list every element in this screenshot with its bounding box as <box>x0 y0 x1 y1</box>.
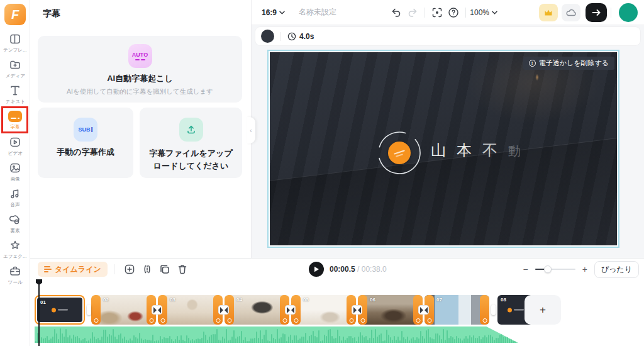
split-clip-button[interactable] <box>138 260 156 278</box>
clips-track: 01 02 0 <box>35 295 640 325</box>
play-button[interactable] <box>309 262 324 277</box>
clip-number: 03 <box>170 297 175 303</box>
transition-icon <box>287 307 294 313</box>
element-toolbar: 4.0s <box>255 27 640 45</box>
audio-waveform-track[interactable] <box>35 326 518 343</box>
focus-preview-button[interactable] <box>429 4 445 21</box>
zoom-out-button[interactable]: − <box>523 265 528 274</box>
delete-clip-button[interactable] <box>174 260 191 278</box>
video-icon <box>9 136 21 148</box>
play-icon <box>314 266 319 272</box>
user-avatar[interactable] <box>619 3 638 22</box>
sidebar-item-audio[interactable]: 音声 <box>0 185 30 211</box>
clip-trim-handle-left[interactable] <box>91 295 101 325</box>
transition-button[interactable] <box>152 305 162 315</box>
app-logo[interactable]: F <box>4 4 26 25</box>
canvas-zoom-dropdown[interactable]: 100% <box>470 8 497 17</box>
clip-title-thumbnail <box>508 308 524 312</box>
timeline-clip-03[interactable]: 03 <box>158 295 223 325</box>
timeline-clip-01[interactable]: 01 <box>35 295 85 325</box>
subtitles-icon <box>8 111 22 122</box>
zoom-in-button[interactable]: + <box>582 265 587 274</box>
image-icon <box>9 162 21 174</box>
transition-button[interactable] <box>418 305 429 315</box>
timeline-zoom-controls: − + ぴったり <box>523 259 640 280</box>
fit-timeline-button[interactable]: ぴったり <box>594 261 639 278</box>
element-duration[interactable]: 4.0s <box>299 32 314 41</box>
manual-subtitle-card[interactable]: SUBI 手動の字幕作成 <box>38 108 133 178</box>
split-icon <box>142 264 153 275</box>
loading-element[interactable] <box>375 129 423 177</box>
video-title-text[interactable]: 山 本 不 動 <box>431 140 521 160</box>
sidebar-item-video[interactable]: ビデオ <box>0 133 30 159</box>
sidebar-item-effects[interactable]: エフェク... <box>0 237 30 262</box>
add-clip-button[interactable]: + <box>525 295 561 325</box>
upload-icon <box>179 118 203 142</box>
clip-number: 02 <box>103 297 109 303</box>
clip-number: 01 <box>40 299 46 305</box>
sidebar-item-elements[interactable]: 要素 <box>0 211 30 237</box>
clip-trim-handle-right[interactable] <box>480 295 489 325</box>
crown-icon <box>543 8 553 17</box>
ai-auto-subtitle-card[interactable]: AUTO AI自動字幕起こし AIを使用して自動的に字幕を識別して生成します <box>38 36 242 103</box>
chevron-down-icon <box>279 11 285 14</box>
timeline-clip-06[interactable]: 06 <box>358 295 423 325</box>
clip-number: 08 <box>501 297 506 303</box>
help-button[interactable] <box>445 4 462 21</box>
timeline-zoom-slider[interactable] <box>535 265 575 273</box>
redo-button[interactable] <box>404 4 421 21</box>
clip-number: 06 <box>370 297 375 303</box>
duplicate-clip-button[interactable] <box>156 260 174 278</box>
timeline-clip-04[interactable]: 04 <box>225 295 289 325</box>
transition-icon <box>420 307 428 313</box>
clip-gap-handle[interactable] <box>491 304 496 315</box>
export-button[interactable] <box>586 3 607 22</box>
sidebar-item-tools[interactable]: ツール <box>0 262 30 288</box>
timeline-clip-07[interactable]: 07 <box>425 295 489 325</box>
cloud-save-button[interactable] <box>562 4 580 21</box>
upload-subtitle-card[interactable]: 字幕ファイルをアップロードしてください <box>140 108 242 178</box>
sidebar-item-subtitles[interactable]: 字幕 <box>0 108 30 133</box>
transition-button[interactable] <box>218 305 229 315</box>
sidebar-item-media[interactable]: メディア <box>0 56 30 82</box>
upload-card-title: 字幕ファイルをアップロードしてください <box>140 147 242 172</box>
sidebar: F テンプレ... メディア テキスト 字幕 ビデオ <box>0 0 30 346</box>
preview-canvas[interactable]: ! 電子透かしを削除する 山 本 不 動 <box>270 52 617 245</box>
help-icon <box>448 7 459 18</box>
auto-card-title: AI自動字幕起こし <box>38 73 242 84</box>
app-window: F テンプレ... メディア テキスト 字幕 ビデオ <box>0 0 644 346</box>
sidebar-nav: テンプレ... メディア テキスト 字幕 ビデオ 画像 <box>0 30 30 288</box>
timeline-tab[interactable]: タイムライン <box>38 262 108 277</box>
sidebar-item-images[interactable]: 画像 <box>0 159 30 185</box>
chevron-down-icon <box>492 11 497 14</box>
remove-watermark-chip[interactable]: ! 電子透かしを削除する <box>523 57 614 70</box>
transition-button[interactable] <box>285 305 296 315</box>
auto-card-description: AIを使用して自動的に字幕を識別して生成します <box>38 87 242 96</box>
sidebar-item-templates[interactable]: テンプレ... <box>0 30 30 56</box>
aspect-ratio-dropdown[interactable]: 16:9 <box>262 8 285 17</box>
color-swatch[interactable] <box>261 30 274 43</box>
redo-icon <box>407 7 418 18</box>
current-time: 00:00.5 <box>330 265 355 274</box>
timeline-clip-02[interactable]: 02 <box>91 295 156 325</box>
trash-icon <box>177 264 188 275</box>
timeline-clip-05[interactable]: 05 <box>291 295 356 325</box>
text-icon <box>9 84 21 97</box>
panel-collapse-tab[interactable]: ‹ <box>247 117 255 143</box>
project-name[interactable]: 名称未設定 <box>299 7 336 18</box>
add-element-button[interactable] <box>121 260 138 278</box>
clip-number: 05 <box>303 297 309 303</box>
slider-handle[interactable] <box>544 265 552 273</box>
timeline-playhead[interactable] <box>38 279 40 346</box>
upgrade-button[interactable] <box>539 4 558 21</box>
timeline-section: タイムライン 00:00.5 / 00:38.0 <box>30 258 644 346</box>
sidebar-item-text[interactable]: テキスト <box>0 82 30 108</box>
shapes-icon <box>9 213 21 226</box>
duplicate-icon <box>159 264 170 275</box>
clip-number: 04 <box>236 297 242 303</box>
media-folder-icon <box>9 59 21 71</box>
undo-button[interactable] <box>388 4 404 21</box>
clip-gap-handle[interactable] <box>87 304 91 315</box>
panel-title: 字幕 <box>43 8 60 20</box>
transition-button[interactable] <box>352 305 362 315</box>
